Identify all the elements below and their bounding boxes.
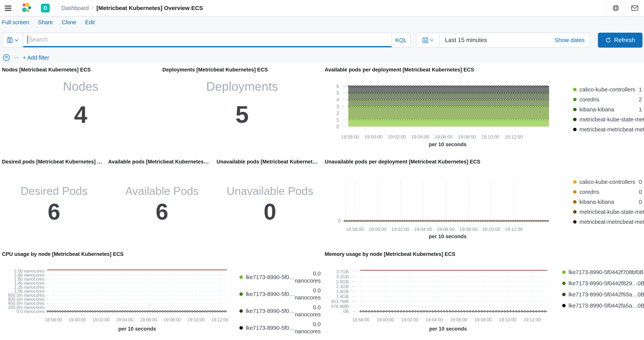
legend-label[interactable]: lke7173-8990-5f0… [246, 308, 295, 314]
legend-item[interactable]: lke7173-8990-5f0442f829…0B [560, 278, 638, 289]
svg-text:19:04:00: 19:04:00 [414, 227, 432, 232]
help-button[interactable] [606, 0, 625, 16]
legend-label[interactable]: lke7173-8990-5f0442f93a… [568, 292, 638, 298]
date-quick-select-button[interactable] [416, 33, 440, 47]
svg-text:per 10 seconds: per 10 seconds [118, 326, 156, 332]
time-range-label[interactable]: Last 15 minutes [445, 37, 487, 44]
cpu-usage-legend: lke7173-8990-5f0…0.0nanocoreslke7173-899… [238, 269, 315, 336]
legend-label[interactable]: lke7173-8990-5f0442f708bf [568, 269, 637, 276]
clone-link[interactable]: Clone [62, 19, 76, 26]
svg-text:19:06:00: 19:06:00 [450, 317, 468, 322]
legend-label[interactable]: metricbeat-kube-state-metr… [580, 209, 644, 215]
filter-icon[interactable] [3, 54, 10, 61]
metric-unavailable-pods: Unavailable Pods 0 [216, 185, 324, 224]
legend-item[interactable]: lke7173-8990-5f0…0.0nanocores [238, 269, 315, 286]
svg-text:1.9GB: 1.9GB [336, 289, 349, 294]
svg-text:2.3GB: 2.3GB [336, 284, 349, 289]
menu-icon[interactable] [0, 0, 16, 16]
cpu-usage-chart[interactable]: 2.0b nanocores1.8b nanocores1.6b nanocor… [0, 267, 240, 340]
metric-value: 4 [0, 102, 162, 127]
available-pods-legend: calico-kube-controllers1coredns2kibana-k… [572, 84, 642, 134]
full-screen-link[interactable]: Full screen [2, 19, 29, 26]
legend-value: 0 [639, 189, 642, 195]
legend-item[interactable]: lke7173-8990-5f0…0.0nanocores [238, 320, 315, 336]
legend-value: 0B [638, 292, 644, 298]
legend-label[interactable]: lke7173-8990-5f0… [246, 274, 295, 280]
share-link[interactable]: Share [38, 19, 53, 26]
saved-query-menu-button[interactable] [2, 33, 23, 48]
legend-dot [562, 304, 566, 307]
legend-label[interactable]: coredns [580, 96, 599, 103]
legend-item[interactable]: calico-kube-controllers1 [572, 84, 642, 94]
memory-usage-chart[interactable]: 3.7GB3.3GB2.8GB2.3GB1.9GB1.4GB953.7MB476… [323, 267, 560, 340]
dashboard-top-chrome: Full screen Share Clone Edit KQL [0, 16, 644, 64]
legend-label[interactable]: metricbeat-metricbeat-metr… [580, 219, 644, 225]
legend-item[interactable]: metricbeat-kube-state-metr…1 [572, 114, 642, 124]
svg-text:19:02:00: 19:02:00 [92, 317, 110, 322]
show-dates-button[interactable]: Show dates [554, 37, 585, 44]
legend-label[interactable]: metricbeat-kube-state-metr… [580, 116, 644, 123]
metric-value: 5 [162, 102, 323, 127]
legend-label[interactable]: lke7173-8990-5f0… [246, 325, 295, 331]
legend-label[interactable]: coredns [580, 189, 599, 195]
newsfeed-button[interactable] [625, 0, 644, 16]
header-right-actions [606, 0, 644, 16]
legend-value: 1 [639, 106, 642, 113]
legend-label[interactable]: lke7173-8990-5f0… [246, 291, 295, 297]
legend-item[interactable]: lke7173-8990-5f0…0.0nanocores [238, 286, 315, 302]
legend-item[interactable]: lke7173-8990-5f0…0.0nanocores [238, 302, 315, 320]
legend-item[interactable]: kibana-kibana0 [572, 197, 642, 207]
legend-label[interactable]: lke7173-8990-5f0442f829… [568, 280, 638, 286]
date-picker: Last 15 minutes Show dates [416, 33, 590, 48]
metric-label: Desired Pods [0, 185, 108, 197]
legend-item[interactable]: lke7173-8990-5f0442f93a…0B [560, 289, 638, 300]
legend-dot [240, 276, 243, 279]
metric-deployments: Deployments 5 [162, 80, 323, 127]
available-pods-chart[interactable]: 654321018:58:0019:00:0019:02:0019:04:001… [325, 80, 560, 148]
search-input[interactable] [28, 36, 392, 43]
legend-item[interactable]: coredns2 [572, 94, 642, 104]
legend-label[interactable]: lke7173-8990-5f0442fa5a… [568, 302, 638, 309]
svg-text:per 10 seconds: per 10 seconds [429, 234, 467, 239]
legend-dot [573, 108, 576, 111]
legend-item[interactable]: lke7173-8990-5f0442fa5a…0B [560, 300, 638, 311]
mail-icon [631, 6, 638, 11]
breadcrumb-dashboard-link[interactable]: Dashboard [62, 5, 89, 11]
panel-title-deployments: Deployments [Metricbeat Kubernetes] ECS [162, 67, 268, 73]
add-filter-button[interactable]: + Add filter [23, 54, 49, 61]
space-badge: D [41, 4, 50, 12]
legend-item[interactable]: metricbeat-kube-state-metr…0 [572, 207, 642, 217]
legend-label[interactable]: kibana-kibana [580, 106, 614, 113]
space-selector[interactable]: D [36, 0, 54, 16]
legend-dot [573, 190, 576, 194]
legend-item[interactable]: lke7173-8990-5f0442f708bf0B [560, 266, 638, 278]
svg-text:19:00:00: 19:00:00 [368, 227, 386, 232]
search-input-area[interactable] [23, 33, 392, 47]
panel-title-desired-pods: Desired pods [Metricbeat Kubernetes] … [2, 159, 102, 165]
kql-language-button[interactable]: KQL [392, 33, 410, 47]
legend-item[interactable]: metricbeat-metricbeat-metr…0 [572, 217, 642, 227]
legend-item[interactable]: kibana-kibana1 [572, 104, 642, 114]
metric-label: Unavailable Pods [216, 185, 324, 197]
legend-label[interactable]: kibana-kibana [580, 199, 614, 205]
svg-text:19:08:00: 19:08:00 [458, 134, 476, 140]
legend-item[interactable]: calico-kube-controllers0 [572, 177, 642, 187]
legend-item[interactable]: coredns0 [572, 187, 642, 197]
legend-value: 0 [639, 199, 642, 205]
legend-label[interactable]: calico-kube-controllers [580, 86, 635, 93]
svg-text:0.0 nanocores: 0.0 nanocores [16, 309, 44, 314]
legend-label[interactable]: metricbeat-metricbeat-metr… [580, 126, 644, 133]
legend-label[interactable]: calico-kube-controllers [580, 179, 635, 185]
unavailable-pods-chart[interactable]: 018:58:0019:00:0019:02:0019:04:0019:06:0… [325, 173, 560, 242]
elastic-logo[interactable] [16, 0, 36, 16]
legend-item[interactable]: metricbeat-metricbeat-metr…1 [572, 124, 642, 134]
save-icon [7, 37, 13, 43]
svg-text:19:00:00: 19:00:00 [377, 317, 394, 322]
filter-pin-dash [14, 58, 19, 58]
elastic-logo-icon [20, 2, 32, 14]
legend-value: 0B [638, 280, 644, 286]
refresh-button[interactable]: Refresh [598, 33, 642, 48]
chevron-down-icon [14, 39, 18, 42]
edit-link[interactable]: Edit [85, 19, 95, 26]
svg-text:19:04:00: 19:04:00 [411, 134, 429, 140]
